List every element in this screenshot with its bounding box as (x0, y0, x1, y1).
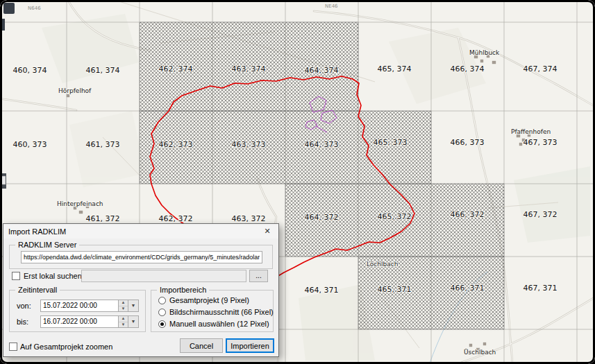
grid-label: 465, 372 (378, 212, 412, 221)
grid-label: 461, 374 (86, 66, 120, 75)
spinner-up-icon[interactable]: ▲ (119, 300, 128, 306)
to-datetime-value[interactable]: 16.07.2022 00:00 (41, 316, 118, 327)
radio-label: Gesamtprojekt (9 Pixel) (169, 296, 249, 304)
grid-label: 462, 374 (159, 64, 193, 73)
local-search-checkbox[interactable] (12, 272, 20, 280)
spinner-down-icon[interactable]: ▼ (119, 306, 128, 312)
radio-bildschirmausschnitt[interactable]: Bildschirmausschnitt (66 Pixel) (158, 307, 274, 317)
cancel-button[interactable]: Cancel (180, 338, 223, 353)
spinner-up-icon[interactable]: ▲ (119, 316, 128, 322)
to-label: bis: (17, 318, 28, 326)
server-groupbox-label: RADKLIM Server (15, 241, 79, 249)
import-button[interactable]: Importieren (226, 338, 274, 353)
local-search-input[interactable] (81, 270, 246, 282)
grid-label: 464, 372 (305, 213, 339, 222)
grid-label: 463, 373 (232, 140, 266, 149)
radio-label: Manuell auswählen (12 Pixel) (169, 320, 269, 328)
server-url-input[interactable] (21, 251, 262, 263)
to-datetime-field[interactable]: 16.07.2022 00:00 ▲ ▼ ▼ (40, 315, 139, 328)
grid-label: 460, 374 (13, 66, 47, 75)
grid-label: 462, 372 (159, 214, 193, 223)
radio-label: Bildschirmausschnitt (66 Pixel) (169, 308, 274, 316)
spinner-down-icon[interactable]: ▼ (119, 322, 128, 328)
grid-label: 465, 371 (378, 285, 412, 294)
place-label: Pfaffenhofen (511, 128, 551, 135)
ui-fragments (0, 3, 15, 189)
map-control-fragment (1, 176, 6, 184)
grid-label: 463, 372 (232, 214, 266, 223)
map-control-fragment[interactable] (3, 3, 15, 14)
grid-label: 467, 373 (523, 138, 558, 147)
import-area-groupbox-label: Importbereich (157, 286, 209, 294)
road-label: N646 (28, 6, 41, 11)
close-icon[interactable]: ✕ (256, 227, 278, 236)
place-label: Hinterpfeinach (57, 200, 103, 207)
local-search-label: Erst lokal suchen: (24, 272, 84, 280)
grid-label: 467, 372 (523, 210, 558, 219)
grid-label: 467, 371 (523, 284, 558, 293)
import-radklim-dialog: Import RADKLIM ✕ RADKLIM Server Erst lok… (3, 223, 279, 357)
grid-label: 464, 374 (305, 66, 339, 75)
to-spinner[interactable]: ▲ ▼ (118, 316, 128, 327)
from-label: von: (17, 302, 31, 310)
from-spinner[interactable]: ▲ ▼ (118, 300, 128, 311)
zoom-project-label: Auf Gesamtprojekt zoomen (20, 343, 112, 351)
grid-label: 466, 374 (451, 64, 485, 73)
grid-label: 466, 373 (451, 138, 485, 147)
grid-label: 466, 371 (451, 284, 485, 293)
to-dropdown-icon[interactable]: ▼ (128, 316, 138, 327)
from-dropdown-icon[interactable]: ▼ (128, 300, 138, 311)
import-area-groupbox: Importbereich Gesamtprojekt (9 Pixel) Bi… (151, 290, 274, 332)
grid-label: 462, 373 (159, 140, 193, 149)
time-interval-groupbox: Zeitintervall von: 15.07.2022 00:00 ▲ ▼ … (9, 290, 146, 332)
from-datetime-value[interactable]: 15.07.2022 00:00 (41, 300, 118, 311)
dialog-title: Import RADKLIM (3, 227, 256, 236)
grid-label: 460, 373 (13, 140, 47, 149)
place-label: Üschlbach (464, 349, 496, 356)
place-label: Hörpfelhof (58, 87, 92, 94)
dialog-titlebar[interactable]: Import RADKLIM ✕ (3, 224, 278, 239)
place-label: Löchlbach (367, 261, 398, 268)
radio-gesamtprojekt[interactable]: Gesamtprojekt (9 Pixel) (158, 295, 249, 305)
time-interval-groupbox-label: Zeitintervall (15, 286, 60, 294)
radio-manuell-auswaehlen[interactable]: Manuell auswählen (12 Pixel) (158, 319, 269, 329)
place-label: Mühlbuck (469, 49, 500, 56)
grid-label: 461, 373 (86, 140, 120, 149)
grid-label: 465, 374 (378, 64, 412, 73)
radio-icon[interactable] (158, 309, 166, 316)
radio-icon[interactable] (158, 320, 166, 328)
grid-label: 464, 373 (305, 140, 339, 149)
grid-label: 465, 373 (374, 138, 408, 147)
grid-label: 461, 372 (86, 214, 120, 223)
browse-button[interactable]: ... (249, 270, 268, 282)
grid-label: 466, 372 (451, 210, 485, 219)
grid-label: 467, 374 (523, 64, 558, 73)
radio-icon[interactable] (158, 297, 166, 304)
map-control-fragment[interactable] (0, 19, 5, 31)
server-groupbox: RADKLIM Server (9, 245, 273, 269)
road-label: NE46 (325, 3, 338, 9)
screen: N646NE46 MühlbuckHörpfelhofHinterpfeinac… (0, 0, 595, 364)
grid-label: 463, 374 (232, 64, 266, 73)
zoom-project-checkbox[interactable] (9, 343, 17, 351)
from-datetime-field[interactable]: 15.07.2022 00:00 ▲ ▼ ▼ (40, 300, 139, 312)
grid-label: 464, 371 (305, 286, 339, 295)
